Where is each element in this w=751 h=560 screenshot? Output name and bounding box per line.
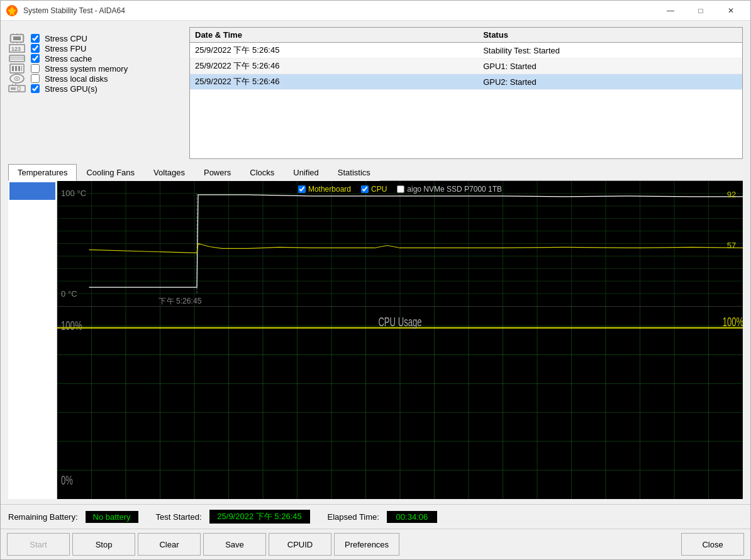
log-row: 25/9/2022 下午 5:26:46 GPU1: Started — [190, 58, 742, 74]
window-title: System Stability Test - AIDA64 — [23, 6, 656, 15]
stress-item-fpu: 123 Stress FPU — [8, 43, 184, 53]
tab-voltages[interactable]: Voltages — [144, 164, 194, 181]
battery-value: No battery — [86, 511, 138, 523]
svg-rect-23 — [15, 66, 17, 71]
titlebar: System Stability Test - AIDA64 — □ ✕ — [1, 1, 750, 21]
stress-item-cpu: Stress CPU — [8, 33, 184, 43]
stress-cpu-checkbox[interactable] — [31, 34, 40, 43]
cache-icon — [8, 53, 26, 63]
legend-motherboard-label: Motherboard — [308, 185, 351, 194]
svg-rect-22 — [12, 66, 14, 71]
legend-ssd-label: aigo NVMe SSD P7000 1TB — [407, 185, 502, 194]
memory-icon — [8, 63, 26, 74]
tab-bar: TemperaturesCooling FansVoltagesPowersCl… — [8, 164, 743, 181]
stress-item-gpu: Stress GPU(s) — [8, 84, 184, 94]
app-icon — [6, 4, 18, 17]
charts-area: Motherboard CPU aigo NVMe SSD P7000 1TB — [8, 181, 743, 499]
gpu-icon — [8, 84, 26, 94]
stress-memory-label[interactable]: Stress system memory — [45, 64, 128, 74]
stop-button[interactable]: Stop — [72, 533, 135, 556]
log-datetime: 25/9/2022 下午 5:26:46 — [190, 58, 478, 74]
status-bar: Remaining Battery: No battery Test Start… — [1, 504, 750, 529]
temp-chart-svg: 100 °C 0 °C 下午 5:26:45 92 — [57, 181, 743, 306]
minimize-button[interactable]: — — [656, 1, 685, 21]
svg-rect-18 — [9, 55, 25, 62]
legend-cpu-label: CPU — [371, 185, 387, 194]
cpu-usage-chart: CPU Usage — [57, 307, 743, 499]
stress-memory-checkbox[interactable] — [31, 64, 40, 73]
preferences-button[interactable]: Preferences — [334, 533, 399, 556]
close-button[interactable]: Close — [681, 533, 744, 556]
svg-rect-30 — [11, 87, 16, 90]
cpuid-button[interactable]: CPUID — [269, 533, 331, 556]
tab-powers[interactable]: Powers — [194, 164, 240, 181]
stress-gpu-label[interactable]: Stress GPU(s) — [45, 84, 97, 94]
test-started-value: 25/9/2022 下午 5:26:45 — [209, 510, 310, 524]
clear-button[interactable]: Clear — [138, 533, 201, 556]
legend-cpu-checkbox[interactable] — [361, 185, 369, 193]
charts-container: Motherboard CPU aigo NVMe SSD P7000 1TB — [57, 181, 743, 499]
start-button[interactable]: Start — [7, 533, 70, 556]
top-section: Stress CPU 123 Stress FPU Stress cache S… — [8, 27, 743, 159]
save-button[interactable]: Save — [203, 533, 266, 556]
stress-fpu-label[interactable]: Stress FPU — [45, 44, 86, 53]
cpu-icon — [8, 33, 26, 43]
tab-clocks[interactable]: Clocks — [240, 164, 284, 181]
app-window: System Stability Test - AIDA64 — □ ✕ Str… — [0, 0, 751, 560]
log-datetime: 25/9/2022 下午 5:26:45 — [190, 43, 478, 58]
log-status: GPU1: Started — [478, 58, 742, 74]
svg-rect-25 — [21, 66, 22, 71]
log-table: Date & Time Status 25/9/2022 下午 5:26:45 … — [189, 27, 743, 159]
svg-text:100%: 100% — [723, 315, 743, 329]
log-row: 25/9/2022 下午 5:26:45 Stability Test: Sta… — [190, 43, 742, 58]
legend-motherboard: Motherboard — [298, 185, 351, 194]
temperature-chart: Motherboard CPU aigo NVMe SSD P7000 1TB — [57, 181, 743, 307]
svg-rect-31 — [18, 87, 20, 91]
col-header-status: Status — [478, 28, 742, 43]
maximize-button[interactable]: □ — [686, 1, 715, 21]
sidebar-temp-indicator[interactable] — [9, 182, 55, 200]
svg-text:100%: 100% — [61, 319, 82, 332]
svg-text:0%: 0% — [61, 473, 73, 487]
log-datetime: 25/9/2022 下午 5:26:46 — [190, 74, 478, 90]
button-bar: Start Stop Clear Save CPUID Preferences … — [1, 529, 750, 559]
stress-item-cache: Stress cache — [8, 53, 184, 63]
svg-text:CPU Usage: CPU Usage — [378, 315, 421, 329]
stress-fpu-checkbox[interactable] — [31, 44, 40, 53]
stress-item-disk: Stress local disks — [8, 74, 184, 84]
elapsed-value: 00:34:06 — [387, 511, 437, 523]
tab-cooling-fans[interactable]: Cooling Fans — [77, 164, 144, 181]
col-header-datetime: Date & Time — [190, 28, 478, 43]
stress-cache-checkbox[interactable] — [31, 54, 40, 63]
stress-cache-label[interactable]: Stress cache — [45, 54, 92, 63]
elapsed-label: Elapsed Time: — [328, 512, 379, 522]
stress-item-memory: Stress system memory — [8, 63, 184, 74]
tabs-section: TemperaturesCooling FansVoltagesPowersCl… — [8, 164, 743, 499]
legend-motherboard-checkbox[interactable] — [298, 185, 306, 193]
log-row: 25/9/2022 下午 5:26:46 GPU2: Started — [190, 74, 742, 90]
svg-rect-24 — [18, 66, 20, 71]
svg-text:57: 57 — [727, 241, 737, 251]
chart-legend: Motherboard CPU aigo NVMe SSD P7000 1TB — [298, 185, 502, 194]
tab-unified[interactable]: Unified — [284, 164, 328, 181]
stress-cpu-label[interactable]: Stress CPU — [45, 34, 87, 43]
log-status: Stability Test: Started — [478, 43, 742, 58]
svg-text:100 °C: 100 °C — [61, 189, 86, 198]
tab-temperatures[interactable]: Temperatures — [8, 164, 77, 181]
log-status: GPU2: Started — [478, 74, 742, 90]
legend-ssd: aigo NVMe SSD P7000 1TB — [397, 185, 502, 194]
disk-icon — [8, 74, 26, 84]
tab-statistics[interactable]: Statistics — [328, 164, 380, 181]
stress-disk-checkbox[interactable] — [31, 74, 40, 83]
close-window-button[interactable]: ✕ — [716, 1, 745, 21]
legend-ssd-checkbox[interactable] — [397, 185, 404, 193]
stress-gpu-checkbox[interactable] — [31, 84, 40, 93]
titlebar-controls: — □ ✕ — [656, 1, 745, 21]
cpu-chart-svg: 100% 0% 100% CPU Usage — [57, 307, 743, 499]
svg-rect-3 — [13, 36, 21, 40]
svg-text:下午 5:26:45: 下午 5:26:45 — [159, 297, 201, 305]
fpu-icon: 123 — [8, 43, 26, 53]
stress-disk-label[interactable]: Stress local disks — [45, 74, 108, 84]
main-content: Stress CPU 123 Stress FPU Stress cache S… — [1, 21, 750, 504]
battery-label: Remaining Battery: — [8, 512, 78, 522]
